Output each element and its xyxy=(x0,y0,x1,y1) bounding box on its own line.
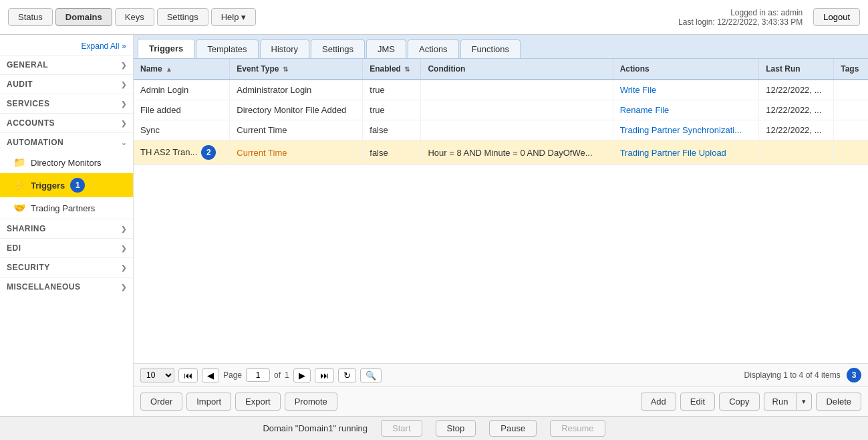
pagination-left: 10 25 50 100 ⏮ ◀ Page of 1 ▶ ⏭ ↻ 🔍 xyxy=(140,368,382,382)
sidebar-section-audit[interactable]: AUDIT ❯ xyxy=(0,74,133,94)
sidebar-section-accounts[interactable]: ACCOUNTS ❯ xyxy=(0,113,133,132)
sidebar-item-directory-monitors[interactable]: 📁 Directory Monitors xyxy=(0,152,133,173)
table-row[interactable]: SyncCurrent TimefalseTrading Partner Syn… xyxy=(134,120,868,140)
zoom-btn[interactable]: 🔍 xyxy=(360,368,382,382)
cell-name: Sync xyxy=(134,120,230,140)
promote-button[interactable]: Promote xyxy=(285,393,337,411)
cell-condition xyxy=(421,100,613,120)
of-label: of xyxy=(274,370,281,380)
section-label: AUDIT xyxy=(7,80,33,89)
cell-condition xyxy=(421,80,613,100)
order-button[interactable]: Order xyxy=(140,393,182,411)
action-link[interactable]: Trading Partner Synchronizati... xyxy=(620,125,742,135)
table-header-row: Name ▲ Event Type ⇅ Enabled ⇅ Conditio xyxy=(134,59,868,80)
cell-event-type: Current Time xyxy=(230,140,363,165)
sidebar-item-label: Trading Partners xyxy=(31,203,95,213)
chevron-icon: ❯ xyxy=(121,62,127,69)
edit-button[interactable]: Edit xyxy=(680,393,715,411)
expand-all-button[interactable]: Expand All » xyxy=(0,37,133,55)
sidebar-section-security[interactable]: SECURITY ❯ xyxy=(0,257,133,277)
cell-condition xyxy=(421,120,613,140)
tab-actions[interactable]: Actions xyxy=(408,39,459,58)
sort-icon: ⇅ xyxy=(283,66,288,73)
export-button[interactable]: Export xyxy=(235,393,281,411)
help-nav-btn[interactable]: Help ▾ xyxy=(211,8,257,26)
action-bar-left: Order Import Export Promote xyxy=(140,393,337,411)
total-pages: 1 xyxy=(285,370,289,380)
cell-name: TH AS2 Tran...2 xyxy=(134,140,230,165)
col-event-type[interactable]: Event Type ⇅ xyxy=(230,59,363,80)
sidebar-item-trading-partners[interactable]: 🤝 Trading Partners xyxy=(0,197,133,219)
copy-button[interactable]: Copy xyxy=(719,393,759,411)
sidebar-section-automation[interactable]: AUTOMATION ⌄ xyxy=(0,132,133,152)
run-dropdown-btn[interactable]: ▾ xyxy=(796,393,812,411)
col-actions: Actions xyxy=(613,59,759,80)
sidebar-section-sharing[interactable]: SHARING ❯ xyxy=(0,219,133,238)
table-row[interactable]: Admin LoginAdministrator LogintrueWrite … xyxy=(134,80,868,100)
chevron-icon: ❯ xyxy=(121,100,127,108)
pause-button[interactable]: Pause xyxy=(489,420,537,437)
settings-nav-btn[interactable]: Settings xyxy=(157,8,208,26)
sidebar-section-services[interactable]: SERVICES ❯ xyxy=(0,94,133,113)
delete-button[interactable]: Delete xyxy=(816,393,861,411)
chevron-icon: ❯ xyxy=(121,225,127,233)
table-row[interactable]: TH AS2 Tran...2Current TimefalseHour = 8… xyxy=(134,140,868,165)
col-name[interactable]: Name ▲ xyxy=(134,59,230,80)
page-label: Page xyxy=(223,370,242,380)
status-bar: Domain "Domain1" running Start Stop Paus… xyxy=(0,416,868,440)
section-label: AUTOMATION xyxy=(7,138,63,147)
start-button[interactable]: Start xyxy=(381,420,422,437)
tab-settings[interactable]: Settings xyxy=(311,39,365,58)
tabs-bar: Triggers Templates History Settings JMS … xyxy=(134,35,868,59)
cell-actions[interactable]: Write File xyxy=(613,80,759,100)
sidebar-section-miscellaneous[interactable]: MISCELLANEOUS ❯ xyxy=(0,277,133,296)
resume-button[interactable]: Resume xyxy=(550,420,605,437)
tab-triggers[interactable]: Triggers xyxy=(138,39,194,58)
chevron-icon: ❯ xyxy=(121,120,127,127)
sidebar-section-edi[interactable]: EDI ❯ xyxy=(0,238,133,257)
tab-templates[interactable]: Templates xyxy=(196,39,258,58)
last-page-btn[interactable]: ⏭ xyxy=(315,368,334,382)
action-link[interactable]: Write File xyxy=(620,85,657,95)
cell-last-run xyxy=(759,140,834,165)
stop-button[interactable]: Stop xyxy=(436,420,476,437)
run-button[interactable]: Run xyxy=(764,393,797,411)
triggers-table: Name ▲ Event Type ⇅ Enabled ⇅ Conditio xyxy=(134,59,868,165)
section-label: GENERAL xyxy=(7,60,48,70)
run-button-group: Run ▾ xyxy=(764,393,813,411)
tab-functions[interactable]: Functions xyxy=(460,39,521,58)
action-link[interactable]: Rename File xyxy=(620,105,670,115)
top-nav-right: Logged in as: admin Last login: 12/22/20… xyxy=(678,8,860,27)
tab-history[interactable]: History xyxy=(260,39,309,58)
cell-actions[interactable]: Trading Partner Synchronizati... xyxy=(613,120,759,140)
displaying-text: Displaying 1 to 4 of 4 items xyxy=(744,370,841,380)
page-input[interactable] xyxy=(246,368,270,382)
cell-actions[interactable]: Trading Partner File Upload xyxy=(613,140,759,165)
cell-condition: Hour = 8 AND Minute = 0 AND DayOfWe... xyxy=(421,140,613,165)
first-page-btn[interactable]: ⏮ xyxy=(178,368,198,382)
tab-jms[interactable]: JMS xyxy=(366,39,406,58)
col-last-run: Last Run xyxy=(759,59,834,80)
logout-button[interactable]: Logout xyxy=(813,8,860,26)
page-size-select[interactable]: 10 25 50 100 xyxy=(140,368,174,382)
keys-nav-btn[interactable]: Keys xyxy=(115,8,154,26)
add-button[interactable]: Add xyxy=(641,393,676,411)
action-link[interactable]: Trading Partner File Upload xyxy=(620,148,726,158)
import-button[interactable]: Import xyxy=(186,393,231,411)
prev-page-btn[interactable]: ◀ xyxy=(202,368,219,382)
status-nav-btn[interactable]: Status xyxy=(8,8,53,26)
cell-actions[interactable]: Rename File xyxy=(613,100,759,120)
expand-all-icon: » xyxy=(122,41,126,51)
col-condition-label: Condition xyxy=(428,64,465,74)
chevron-icon: ⌄ xyxy=(121,139,127,146)
col-enabled[interactable]: Enabled ⇅ xyxy=(363,59,421,80)
sidebar-section-general[interactable]: GENERAL ❯ xyxy=(0,55,133,74)
triggers-badge: 1 xyxy=(70,178,85,193)
sort-asc-icon: ▲ xyxy=(166,66,172,73)
next-page-btn[interactable]: ▶ xyxy=(293,368,311,382)
sidebar-item-triggers[interactable]: ⚡ Triggers 1 xyxy=(0,173,133,197)
refresh-btn[interactable]: ↻ xyxy=(338,368,356,382)
domains-nav-btn[interactable]: Domains xyxy=(55,8,112,26)
table-row[interactable]: File addedDirectory Monitor File Addedtr… xyxy=(134,100,868,120)
cell-last-run: 12/22/2022, ... xyxy=(759,100,834,120)
